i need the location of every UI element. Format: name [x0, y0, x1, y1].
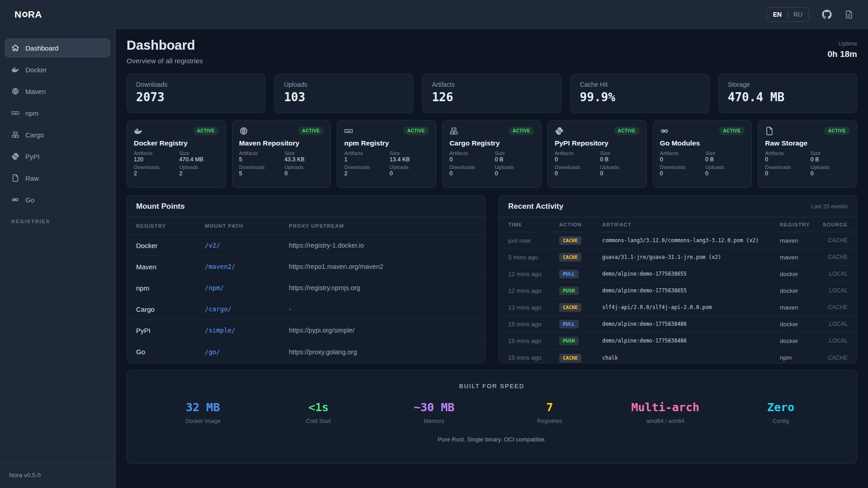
- activity-row: 12 mins ago PUSH demo/alpine:demo-177563…: [499, 282, 857, 299]
- speed-stat-memory: ~30 MB Memory: [376, 401, 492, 424]
- registry-card-npm-registry[interactable]: npm ACTIVE npm Registry Artifacts 1 Size…: [337, 120, 436, 188]
- uploads-label: Uploads: [495, 164, 534, 170]
- sidebar-item-go[interactable]: Go: [5, 191, 110, 209]
- stat-card-downloads: Downloads 2073: [127, 74, 265, 113]
- uploads-value: 0: [284, 170, 324, 177]
- activity-artifact: guava/31.1-jre/guava-31.1-jre.pom (x2): [602, 254, 780, 260]
- sidebar-item-docker[interactable]: Docker: [5, 61, 110, 79]
- size-label: Size: [495, 150, 534, 156]
- size-value: 0 B: [495, 156, 534, 163]
- sidebar-item-maven[interactable]: Maven: [5, 82, 110, 100]
- uploads-value: 0: [600, 170, 639, 177]
- action-badge-push: PUSH: [559, 286, 579, 295]
- header-actions: EN | RU: [766, 7, 854, 22]
- page-subtitle: Overview of all registries: [127, 57, 203, 65]
- docs-icon[interactable]: [844, 10, 854, 19]
- activity-table-body: just now CACHE commons-lang3/3.12.0/comm…: [499, 232, 857, 363]
- activity-source: LOCAL: [820, 321, 848, 327]
- status-badge: ACTIVE: [614, 127, 640, 135]
- activity-col-action: ACTION: [559, 222, 602, 227]
- sidebar-item-label: Raw: [25, 174, 39, 182]
- lang-en-button[interactable]: EN: [773, 11, 782, 18]
- mount-row-maven: Maven /maven2/ https://repo1.maven.org/m…: [127, 256, 485, 277]
- activity-time: 5 mins ago: [508, 254, 559, 261]
- built-for-speed-heading: BUILT FOR SPEED: [145, 383, 839, 389]
- npm-icon: npm: [344, 127, 353, 136]
- activity-row: just now CACHE commons-lang3/3.12.0/comm…: [499, 232, 857, 249]
- artifacts-label: Artifacts: [239, 150, 284, 156]
- status-badge: ACTIVE: [824, 127, 850, 135]
- status-badge: ACTIVE: [403, 127, 429, 135]
- status-badge: ACTIVE: [193, 127, 219, 135]
- uploads-value: 0: [495, 170, 534, 177]
- registry-card-name: Raw Storage: [765, 139, 850, 147]
- activity-artifact: demo/alpine:demo-1775638655: [602, 287, 780, 294]
- mount-path-link[interactable]: /v2/: [205, 242, 289, 249]
- stat-label: Artifacts: [432, 81, 552, 88]
- recent-activity-title: Recent Activity: [508, 202, 563, 211]
- registry-card-name: Maven Repository: [239, 139, 324, 147]
- registry-card-cargo-registry[interactable]: ACTIVE Cargo Registry Artifacts 0 Size 0…: [442, 120, 542, 188]
- mount-path-link[interactable]: /go/: [205, 348, 289, 356]
- artifacts-value: 0: [449, 156, 495, 163]
- speed-stat-value: 7: [492, 401, 608, 414]
- mount-row-cargo: Cargo /cargo/ -: [127, 299, 485, 320]
- mount-path-link[interactable]: /maven2/: [205, 263, 289, 270]
- docker-icon: [134, 127, 143, 136]
- sidebar-item-label: npm: [25, 109, 38, 117]
- svg-text:npm: npm: [14, 112, 17, 114]
- mount-row-pypi: PyPI /simple/ https://pypi.org/simple/: [127, 320, 485, 341]
- registry-card-maven-repository[interactable]: ACTIVE Maven Repository Artifacts 5 Size…: [232, 120, 331, 188]
- mount-path-link[interactable]: /cargo/: [205, 305, 289, 313]
- sidebar-item-dashboard[interactable]: Dashboard: [5, 39, 110, 57]
- mounts-col-registry: REGISTRY: [136, 223, 205, 229]
- main-content: Dashboard Overview of all registries Upt…: [116, 29, 868, 488]
- activity-registry: maven: [780, 237, 820, 244]
- lang-separator: |: [787, 11, 788, 18]
- page-header: Dashboard Overview of all registries Upt…: [127, 38, 857, 65]
- registry-card-pypi-repository[interactable]: ACTIVE PyPI Repository Artifacts 0 Size …: [547, 120, 647, 188]
- uptime-label: Uptime: [828, 40, 857, 47]
- cargo-icon: [449, 127, 458, 136]
- downloads-label: Downloads: [555, 164, 600, 170]
- activity-registry: docker: [780, 287, 820, 294]
- activity-registry: docker: [780, 271, 820, 277]
- sidebar: Dashboard Docker Maven npm npm Cargo PyP…: [0, 29, 116, 488]
- github-icon[interactable]: [822, 9, 832, 19]
- artifacts-label: Artifacts: [344, 150, 389, 156]
- uptime-value: 0h 18m: [828, 49, 857, 59]
- registry-card-go-modules[interactable]: ACTIVE Go Modules Artifacts 0 Size 0 B D…: [653, 120, 752, 188]
- sidebar-item-cargo[interactable]: Cargo: [5, 126, 110, 144]
- speed-stat-label: Docker Image: [145, 418, 261, 424]
- sidebar-item-npm[interactable]: npm npm: [5, 104, 110, 122]
- downloads-value: 0: [765, 170, 810, 177]
- activity-registry: maven: [780, 254, 820, 261]
- speed-stat-value: ~30 MB: [376, 401, 492, 414]
- sidebar-item-label: PyPI: [25, 153, 40, 160]
- artifacts-value: 120: [134, 156, 179, 163]
- lang-ru-button[interactable]: RU: [793, 11, 802, 18]
- file-icon: [765, 127, 774, 136]
- activity-table-header: TIME ACTION ARTIFACT REGISTRY SOURCE: [499, 217, 857, 232]
- size-value: 0 B: [705, 156, 745, 163]
- downloads-label: Downloads: [344, 164, 389, 170]
- activity-artifact: chalk: [602, 355, 780, 361]
- activity-source: CACHE: [820, 254, 848, 260]
- sidebar-item-label: Cargo: [25, 131, 44, 139]
- registry-card-raw-storage[interactable]: ACTIVE Raw Storage Artifacts 0 Size 0 B …: [758, 120, 857, 188]
- status-badge: ACTIVE: [719, 127, 745, 135]
- stats-row: Downloads 2073 Uploads 103 Artifacts 126…: [127, 74, 857, 113]
- stat-label: Uploads: [284, 81, 404, 88]
- sidebar-item-raw[interactable]: Raw: [5, 169, 110, 187]
- activity-source: LOCAL: [820, 271, 848, 277]
- mount-upstream: https://registry-1.docker.io: [289, 242, 476, 249]
- mount-path-link[interactable]: /simple/: [205, 327, 289, 334]
- stat-label: Cache Hit: [580, 81, 700, 88]
- mount-path-link[interactable]: /npm/: [205, 284, 289, 291]
- registry-card-docker-registry[interactable]: ACTIVE Docker Registry Artifacts 120 Siz…: [127, 120, 226, 188]
- uploads-label: Uploads: [390, 164, 429, 170]
- speed-stat-label: Memory: [376, 418, 492, 424]
- language-toggle[interactable]: EN | RU: [766, 7, 809, 22]
- artifacts-label: Artifacts: [765, 150, 810, 156]
- sidebar-item-pypi[interactable]: PyPI: [5, 147, 110, 165]
